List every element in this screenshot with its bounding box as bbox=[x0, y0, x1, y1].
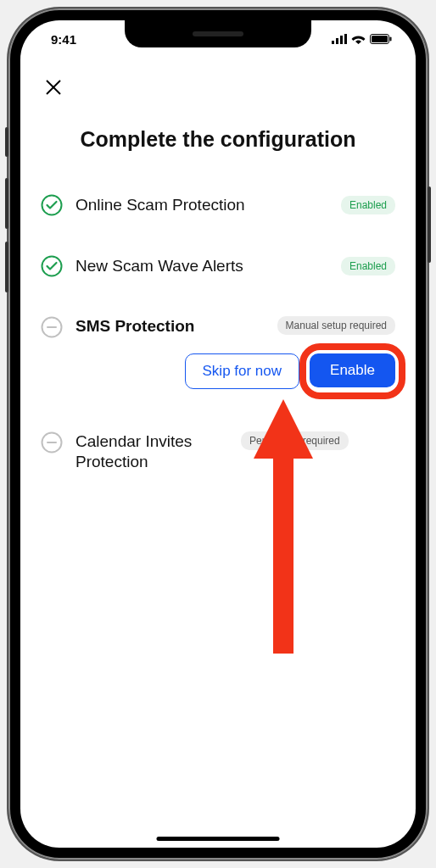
notch bbox=[125, 20, 311, 47]
volume-down bbox=[5, 242, 8, 292]
volume-up bbox=[5, 178, 8, 229]
page-title: Complete the configuration bbox=[41, 127, 395, 152]
item-label: Online Scam Protection bbox=[75, 195, 328, 215]
config-item-calendar: Calendar Invites Protection Permission r… bbox=[41, 431, 395, 472]
battery-icon bbox=[370, 34, 392, 44]
screen: 9:41 bbox=[20, 20, 416, 848]
check-circle-icon bbox=[41, 255, 63, 277]
status-badge-manual: Manual setup required bbox=[277, 316, 395, 335]
svg-rect-5 bbox=[372, 36, 388, 42]
status-badge-enabled: Enabled bbox=[341, 196, 395, 214]
minus-circle-icon bbox=[41, 316, 63, 338]
cellular-icon bbox=[332, 34, 347, 44]
svg-rect-0 bbox=[332, 41, 334, 44]
status-indicators bbox=[332, 34, 392, 44]
close-icon bbox=[45, 79, 62, 96]
svg-rect-2 bbox=[340, 36, 343, 44]
wifi-icon bbox=[351, 34, 366, 44]
config-item-scam-alerts: New Scam Wave Alerts Enabled bbox=[41, 255, 395, 277]
status-badge-enabled: Enabled bbox=[341, 257, 395, 275]
status-time: 9:41 bbox=[44, 32, 76, 47]
sms-actions: Skip for now Enable bbox=[75, 353, 395, 389]
config-item-online-scam: Online Scam Protection Enabled bbox=[41, 194, 395, 216]
config-item-sms: SMS Protection Manual setup required bbox=[41, 316, 395, 338]
minus-circle-icon bbox=[41, 431, 63, 453]
skip-button[interactable]: Skip for now bbox=[185, 353, 300, 389]
content: Complete the configuration Online Scam P… bbox=[20, 58, 416, 528]
item-label: New Scam Wave Alerts bbox=[75, 256, 328, 276]
mute-switch bbox=[5, 127, 8, 157]
svg-rect-3 bbox=[344, 34, 347, 44]
enable-button[interactable]: Enable bbox=[310, 353, 395, 387]
svg-rect-6 bbox=[390, 37, 392, 42]
close-button[interactable] bbox=[41, 75, 66, 100]
item-label: SMS Protection bbox=[75, 316, 265, 337]
phone-frame: 9:41 bbox=[8, 8, 428, 860]
svg-rect-1 bbox=[336, 38, 338, 44]
power-button bbox=[428, 186, 431, 263]
status-badge-permission: Permission required bbox=[241, 431, 349, 450]
home-indicator[interactable] bbox=[157, 837, 280, 841]
check-circle-icon bbox=[41, 194, 63, 216]
item-label: Calendar Invites Protection bbox=[75, 431, 228, 472]
speaker bbox=[193, 31, 243, 36]
